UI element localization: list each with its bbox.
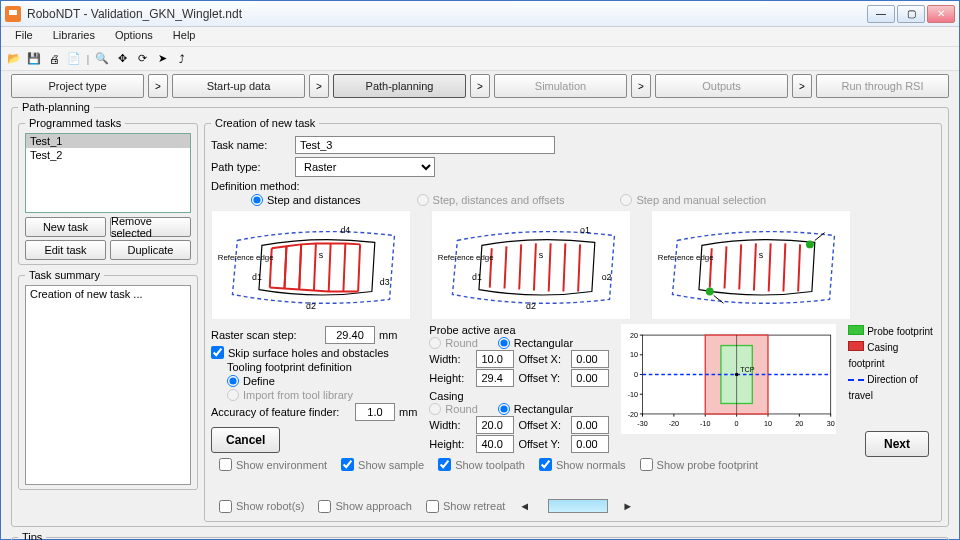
summary-title: Task summary	[25, 269, 104, 281]
probe-round-radio[interactable]: Round	[429, 337, 477, 349]
open-icon[interactable]: 📂	[5, 50, 23, 68]
accuracy-input[interactable]	[355, 403, 395, 421]
probe-oy-label: Offset Y:	[518, 372, 567, 384]
casing-width-input[interactable]	[476, 416, 514, 434]
next-button[interactable]: Next	[865, 431, 929, 457]
opt-step-distances[interactable]: Step and distances	[251, 194, 361, 206]
show-normals-checkbox[interactable]	[539, 458, 552, 471]
probe-ox-label: Offset X:	[518, 353, 567, 365]
probe-ox-input[interactable]	[571, 350, 609, 368]
show-robot-checkbox[interactable]	[219, 500, 232, 513]
tips-panel: Tips	[11, 531, 949, 540]
step-simulation[interactable]: Simulation	[494, 74, 627, 98]
probe-oy-input[interactable]	[571, 369, 609, 387]
defmethod-label: Definition method:	[211, 180, 935, 192]
print-icon[interactable]: 🖨	[45, 50, 63, 68]
casing-oy-input[interactable]	[571, 435, 609, 453]
accuracy-label: Accuracy of feature finder:	[211, 406, 351, 418]
wizard-steps: Project type > Start-up data > Path-plan…	[1, 71, 959, 101]
probe-rect-radio[interactable]: Rectangular	[498, 337, 573, 349]
svg-text:20: 20	[796, 420, 804, 428]
tooling-label: Tooling footprint definition	[227, 361, 417, 373]
show-probe-footprint-checkbox[interactable]	[640, 458, 653, 471]
casing-height-input[interactable]	[476, 435, 514, 453]
step-path-planning[interactable]: Path-planning	[333, 74, 466, 98]
tool-import-radio[interactable]: Import from tool library	[227, 389, 353, 401]
edit-task-button[interactable]: Edit task	[25, 240, 106, 260]
diagram-step-offsets: Reference edge d1 d2 o1 o2 s	[431, 210, 631, 320]
svg-text:-20: -20	[628, 411, 638, 419]
creation-title: Creation of new task	[211, 117, 319, 129]
svg-point-45	[735, 373, 739, 377]
show-toolpath-checkbox[interactable]	[438, 458, 451, 471]
svg-text:d1: d1	[472, 272, 482, 282]
raster-step-label: Raster scan step:	[211, 329, 321, 341]
task-list[interactable]: Test_1 Test_2	[25, 133, 191, 213]
chevron-right-icon[interactable]: >	[148, 74, 168, 98]
cursor-icon[interactable]: ➤	[153, 50, 171, 68]
svg-text:30: 30	[827, 420, 835, 428]
app-icon	[5, 6, 21, 22]
minimize-button[interactable]: —	[867, 5, 895, 23]
export-icon[interactable]: ⤴	[173, 50, 191, 68]
plot-legend: Probe footprint Casing footprint Directi…	[848, 324, 935, 404]
tasks-title: Programmed tasks	[25, 117, 125, 129]
save-icon[interactable]: 💾	[25, 50, 43, 68]
new-task-button[interactable]: New task	[25, 217, 106, 237]
pan-icon[interactable]: ✥	[113, 50, 131, 68]
casing-title: Casing	[429, 390, 609, 402]
svg-text:0: 0	[634, 371, 638, 379]
casing-round-radio[interactable]: Round	[429, 403, 477, 415]
rotate-icon[interactable]: ⟳	[133, 50, 151, 68]
raster-step-input[interactable]	[325, 326, 375, 344]
step-project-type[interactable]: Project type	[11, 74, 144, 98]
svg-text:TCP: TCP	[741, 366, 756, 374]
step-startup-data[interactable]: Start-up data	[172, 74, 305, 98]
close-button[interactable]: ✕	[927, 5, 955, 23]
programmed-tasks-panel: Programmed tasks Test_1 Test_2 New task …	[18, 117, 198, 265]
tool-define-radio[interactable]: Define	[227, 375, 275, 387]
chevron-right-icon[interactable]: >	[631, 74, 651, 98]
chevron-right-icon[interactable]: >	[309, 74, 329, 98]
normals-slider[interactable]	[548, 499, 608, 513]
probe-height-input[interactable]	[476, 369, 514, 387]
task-item[interactable]: Test_1	[26, 134, 190, 148]
skip-holes-checkbox[interactable]	[211, 346, 224, 359]
step-outputs[interactable]: Outputs	[655, 74, 788, 98]
svg-text:d2: d2	[306, 301, 316, 311]
menu-help[interactable]: Help	[163, 27, 206, 46]
task-name-label: Task name:	[211, 139, 289, 151]
chevron-right-icon[interactable]: >	[792, 74, 812, 98]
zoom-icon[interactable]: 🔍	[93, 50, 111, 68]
casing-ox-input[interactable]	[571, 416, 609, 434]
svg-point-12	[806, 240, 814, 248]
svg-text:s: s	[319, 250, 324, 260]
chevron-right-icon[interactable]: >	[470, 74, 490, 98]
remove-task-button[interactable]: Remove selected	[110, 217, 191, 237]
step-run-rsi[interactable]: Run through RSI	[816, 74, 949, 98]
menu-file[interactable]: File	[5, 27, 43, 46]
show-retreat-checkbox[interactable]	[426, 500, 439, 513]
show-approach-checkbox[interactable]	[318, 500, 331, 513]
task-name-input[interactable]	[295, 136, 555, 154]
menu-options[interactable]: Options	[105, 27, 163, 46]
opt-step-manual[interactable]: Step and manual selection	[620, 194, 766, 206]
show-env-checkbox[interactable]	[219, 458, 232, 471]
view-options-row: Show environment Show sample Show toolpa…	[211, 454, 935, 517]
cancel-button[interactable]: Cancel	[211, 427, 280, 453]
task-item[interactable]: Test_2	[26, 148, 190, 162]
svg-text:o1: o1	[580, 225, 590, 235]
script-icon[interactable]: 📄	[65, 50, 83, 68]
casing-width-label: Width:	[429, 419, 472, 431]
opt-step-distances-offsets[interactable]: Step, distances and offsets	[417, 194, 565, 206]
path-type-label: Path type:	[211, 161, 289, 173]
path-type-select[interactable]: Raster	[295, 157, 435, 177]
casing-rect-radio[interactable]: Rectangular	[498, 403, 573, 415]
probe-width-input[interactable]	[476, 350, 514, 368]
probe-height-label: Height:	[429, 372, 472, 384]
maximize-button[interactable]: ▢	[897, 5, 925, 23]
show-sample-checkbox[interactable]	[341, 458, 354, 471]
duplicate-task-button[interactable]: Duplicate	[110, 240, 191, 260]
menu-libraries[interactable]: Libraries	[43, 27, 105, 46]
casing-oy-label: Offset Y:	[518, 438, 567, 450]
